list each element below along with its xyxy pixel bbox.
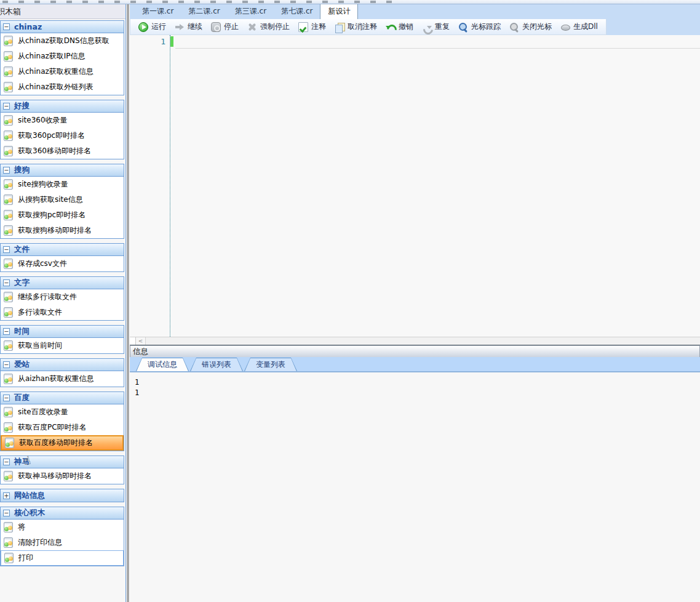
toolbox-item[interactable]: 继续多行读取文件 xyxy=(1,289,124,305)
collapse-icon[interactable]: − xyxy=(3,246,10,253)
toolbox-item[interactable]: site搜狗收录量 xyxy=(1,177,124,192)
toolbox-item[interactable]: 获取搜狗pc即时排名 xyxy=(1,207,124,223)
toolbox-item-label: 获取360移动即时排名 xyxy=(18,146,91,156)
toolbar-button-label: 生成Dll xyxy=(573,22,598,32)
editor-tab-第三课.cr[interactable]: 第三课.cr xyxy=(228,4,274,19)
toolbox-item[interactable]: 多行读取文件 xyxy=(1,305,124,320)
toolbox-group-header-百度[interactable]: −百度 xyxy=(1,392,124,404)
block-icon xyxy=(4,259,13,269)
toolbox-item-label: 从chinaz获取外链列表 xyxy=(18,82,93,92)
toolbox-item[interactable]: 将 xyxy=(1,520,124,535)
toolbox-item[interactable]: 从搜狗获取site信息 xyxy=(1,192,124,207)
info-tab-label: 错误列表 xyxy=(191,358,242,371)
toolbox-group-好搜: −好搜site360收录量获取360pc即时排名获取360移动即时排名 xyxy=(0,100,124,159)
toolbox-item[interactable]: 从chinaz获取权重信息 xyxy=(1,64,124,79)
toolbox-item[interactable]: 打印 xyxy=(1,550,124,566)
editor-tab-第二课.cr[interactable]: 第二课.cr xyxy=(181,4,227,19)
scroll-left-arrow-icon[interactable]: < xyxy=(136,337,146,345)
block-icon xyxy=(4,471,13,481)
collapse-icon[interactable]: − xyxy=(3,510,10,516)
toolbox-item[interactable]: 从chinaz获取DNS信息获取 xyxy=(1,33,124,49)
toolbox-item[interactable]: 获取360移动即时排名 xyxy=(1,143,124,159)
toolbox-group-header-好搜[interactable]: −好搜 xyxy=(1,100,124,113)
block-icon xyxy=(4,51,13,62)
code-editor[interactable]: 1 xyxy=(130,35,700,337)
block-icon xyxy=(4,522,13,532)
toolbox-group-header-文字[interactable]: −文字 xyxy=(1,277,124,289)
scrollbar-grip[interactable] xyxy=(130,337,136,345)
toolbox-group-header-核心积木[interactable]: −核心积木 xyxy=(1,507,124,520)
info-tab-调试信息[interactable]: 调试信息 xyxy=(136,358,189,371)
editor-tab-第一课.cr[interactable]: 第一课.cr xyxy=(135,4,181,19)
app-window: 积木箱 −chinaz从chinaz获取DNS信息获取从chinaz获取IP信息… xyxy=(0,0,700,602)
editor-tab-新设计[interactable]: 新设计 xyxy=(320,4,358,19)
editor-region: 第一课.cr第二课.cr第三课.cr第七课.cr新设计 运行继续停止强制停止注释… xyxy=(130,4,700,602)
continue-icon xyxy=(175,22,185,32)
toolbar-button-stop[interactable]: 停止 xyxy=(207,20,243,34)
toolbox-item[interactable]: 获取百度PC即时排名 xyxy=(1,420,124,435)
toolbox-item[interactable]: site百度收录量 xyxy=(1,404,124,420)
toolbox-item-label: 打印 xyxy=(18,553,33,563)
indent-guide-line xyxy=(170,35,170,337)
block-icon xyxy=(4,210,13,220)
info-tabs: 调试信息错误列表变量列表 xyxy=(130,357,700,372)
info-tab-错误列表[interactable]: 错误列表 xyxy=(190,358,243,371)
collapse-icon[interactable]: − xyxy=(3,328,10,335)
editor-tabbar: 第一课.cr第二课.cr第三课.cr第七课.cr新设计 xyxy=(130,4,700,19)
expand-icon[interactable]: + xyxy=(3,492,10,499)
toolbox-group-chinaz: −chinaz从chinaz获取DNS信息获取从chinaz获取IP信息从chi… xyxy=(0,20,124,95)
info-tab-变量列表[interactable]: 变量列表 xyxy=(244,358,297,371)
debug-output[interactable]: 11 xyxy=(130,372,700,602)
collapse-icon[interactable]: − xyxy=(3,361,10,368)
collapse-icon[interactable]: − xyxy=(3,167,10,174)
toolbox-item[interactable]: 从aizhan获取权重信息 xyxy=(1,371,124,387)
toolbox-item-label: 获取百度PC即时排名 xyxy=(18,422,87,433)
collapse-icon[interactable]: − xyxy=(3,395,10,401)
toolbar-button-continue[interactable]: 继续 xyxy=(170,20,207,34)
toolbox-item[interactable]: 从chinaz获取IP信息 xyxy=(1,49,124,64)
collapse-icon[interactable]: − xyxy=(3,23,10,30)
toolbox-group-网站信息: +网站信息 xyxy=(0,489,124,502)
toolbar-button-comment[interactable]: 注释 xyxy=(294,20,330,34)
toolbox-group-header-chinaz[interactable]: −chinaz xyxy=(1,21,124,33)
collapse-icon[interactable]: − xyxy=(3,279,10,286)
toolbox-groups: −chinaz从chinaz获取DNS信息获取从chinaz获取IP信息从chi… xyxy=(0,19,125,602)
toolbox-group-header-爱站[interactable]: −爱站 xyxy=(1,359,124,371)
block-icon xyxy=(4,422,13,433)
toolbar-button-gen-dll[interactable]: 生成Dll xyxy=(556,20,602,34)
collapse-icon[interactable]: − xyxy=(3,459,10,465)
toolbar-button-force-stop[interactable]: 强制停止 xyxy=(243,20,294,34)
toolbar-button-uncomment[interactable]: 取消注释 xyxy=(330,20,381,34)
magnifier-gray-icon xyxy=(509,22,519,32)
toolbox-item[interactable]: 获取360pc即时排名 xyxy=(1,128,124,143)
toolbar-button-cursor-track[interactable]: 光标跟踪 xyxy=(454,20,505,34)
toolbar-button-redo[interactable]: 重复 xyxy=(418,20,454,34)
toolbar-button-run[interactable]: 运行 xyxy=(134,20,170,34)
toolbox-item[interactable]: 保存成csv文件 xyxy=(1,256,124,271)
toolbox-group-header-网站信息[interactable]: +网站信息 xyxy=(1,489,124,502)
toolbox-item[interactable]: 获取当前时间 xyxy=(1,338,124,353)
toolbox-sidebar: 积木箱 −chinaz从chinaz获取DNS信息获取从chinaz获取IP信息… xyxy=(0,4,126,602)
toolbox-group-header-搜狗[interactable]: −搜狗 xyxy=(1,164,124,177)
toolbar-button-cursor-off[interactable]: 关闭光标 xyxy=(505,20,556,34)
toolbox-item[interactable]: site360收录量 xyxy=(1,113,124,128)
horizontal-scrollbar[interactable]: < xyxy=(130,337,700,345)
toolbox-item[interactable]: 清除打印信息 xyxy=(1,535,124,550)
toolbox-item[interactable]: 获取神马移动即时排名 xyxy=(1,468,124,484)
toolbox-group-header-神马[interactable]: −神马 xyxy=(1,456,124,468)
toolbox-group-header-文件[interactable]: −文件 xyxy=(1,244,124,256)
line-number: 1 xyxy=(130,37,165,46)
toolbar-button-label: 注释 xyxy=(311,22,326,32)
collapse-icon[interactable]: − xyxy=(3,103,10,110)
force-stop-icon xyxy=(247,22,257,32)
toolbox-group-header-时间[interactable]: −时间 xyxy=(1,326,124,338)
undo-icon xyxy=(386,22,396,32)
toolbox-item[interactable]: 获取百度移动即时排名 xyxy=(1,435,124,451)
block-icon xyxy=(4,82,13,92)
toolbox-group-title: 百度 xyxy=(14,393,30,403)
editor-tab-第七课.cr[interactable]: 第七课.cr xyxy=(274,4,320,19)
toolbar-button-undo[interactable]: 撤销 xyxy=(381,20,418,34)
toolbox-group-title: 核心积木 xyxy=(14,508,45,518)
toolbox-item[interactable]: 获取搜狗移动即时排名 xyxy=(1,223,124,238)
toolbox-item[interactable]: 从chinaz获取外链列表 xyxy=(1,79,124,95)
